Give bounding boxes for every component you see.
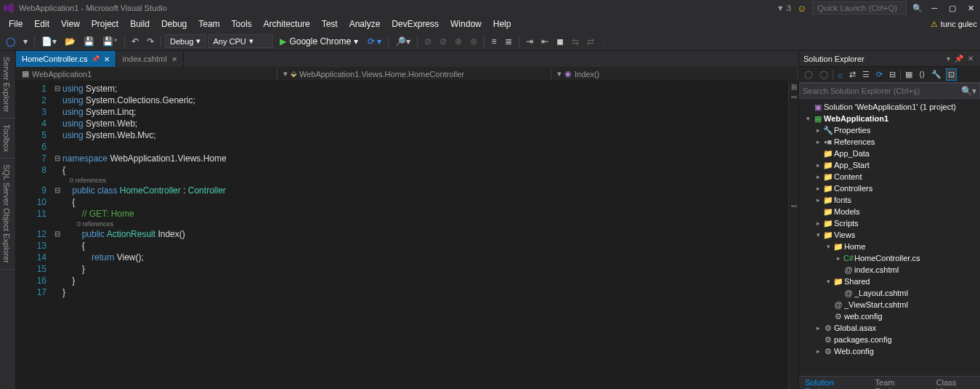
editor-tab[interactable]: HomeController.cs📌✕	[16, 51, 116, 67]
expander-icon[interactable]: ▾	[814, 231, 822, 238]
restart-icon[interactable]: ⊚	[467, 34, 480, 49]
solution-search-input[interactable]	[803, 87, 961, 95]
menu-tools[interactable]: Tools	[226, 17, 258, 31]
expander-icon[interactable]: ▾	[803, 115, 812, 122]
code-line[interactable]: using System.Linq;	[62, 106, 788, 118]
nav-forward-button[interactable]: ▾	[20, 34, 31, 49]
menu-help[interactable]: Help	[487, 17, 517, 31]
close-icon[interactable]: ✕	[171, 55, 177, 63]
fold-toggle[interactable]: ⊟	[52, 153, 62, 164]
redo-button[interactable]: ↷	[144, 34, 157, 49]
bottom-tab-solution-explorer[interactable]: Solution Explorer	[799, 377, 870, 389]
code-editor[interactable]: 12345678 91011 121314151617 ⊟⊟ ⊟ ⊟ using…	[16, 81, 798, 389]
menu-architecture[interactable]: Architecture	[258, 17, 316, 31]
expander-icon[interactable]: ▸	[814, 324, 822, 332]
preview-icon[interactable]: ⊡	[946, 68, 957, 81]
menu-build[interactable]: Build	[124, 17, 155, 31]
pending-icon[interactable]: ☰	[860, 68, 872, 81]
sync-icon[interactable]: ⇄	[847, 68, 858, 81]
menu-team[interactable]: Team	[193, 17, 225, 31]
tree-item[interactable]: ▾📁Views	[799, 229, 980, 241]
expander-icon[interactable]: ▾	[824, 243, 833, 250]
fold-toggle[interactable]: ⊟	[52, 83, 62, 95]
menu-file[interactable]: File	[3, 17, 28, 31]
save-button[interactable]: 💾	[81, 34, 97, 49]
step-out-icon[interactable]: ⊗	[452, 34, 465, 49]
comment-button[interactable]: ≡	[488, 34, 499, 49]
tree-item[interactable]: @_Layout.cshtml	[799, 287, 980, 299]
new-project-button[interactable]: 📄▾	[39, 34, 60, 49]
collapse-icon[interactable]: ⊟	[887, 68, 898, 81]
quick-launch-input[interactable]	[812, 1, 907, 15]
tree-item[interactable]: ▸▪■References	[799, 136, 980, 148]
code-line[interactable]: using System.Web;	[62, 118, 788, 129]
menu-view[interactable]: View	[55, 17, 86, 31]
expander-icon[interactable]: ▸	[814, 127, 822, 134]
refresh-icon[interactable]: ⟳	[874, 68, 885, 81]
home-icon[interactable]: ⌂	[835, 69, 845, 81]
rail-toolbox[interactable]: Toolbox	[0, 119, 15, 159]
expander-icon[interactable]: ▾	[824, 278, 833, 285]
menu-edit[interactable]: Edit	[28, 17, 55, 31]
notification-badge[interactable]: ▼ 3	[777, 4, 791, 12]
tree-item[interactable]: 📁App_Data	[799, 148, 980, 159]
code-line[interactable]: {	[62, 164, 788, 176]
pin-icon[interactable]: 📌	[92, 55, 100, 63]
expander-icon[interactable]: ▸	[814, 220, 822, 227]
tree-item[interactable]: ▸📁fonts	[799, 194, 980, 206]
nav-back-button[interactable]: ◯	[3, 34, 18, 49]
search-icon[interactable]: 🔍▾	[961, 86, 976, 96]
step-into-icon[interactable]: ⊘	[437, 34, 450, 49]
expander-icon[interactable]: ▸	[814, 138, 822, 145]
start-debug-button[interactable]: ▶Google Chrome ▾	[275, 35, 363, 48]
panel-pin-icon[interactable]: 📌	[952, 55, 965, 63]
code-line[interactable]: using System.Collections.Generic;	[62, 95, 788, 106]
menu-devexpress[interactable]: DevExpress	[386, 17, 445, 31]
bottom-tab-team-explorer[interactable]: Team Explorer	[870, 377, 931, 389]
expander-icon[interactable]: ▸	[814, 196, 822, 204]
split-editor-icon[interactable]: ⊞	[790, 81, 798, 92]
save-all-button[interactable]: 💾⁺	[100, 34, 121, 49]
menu-analyze[interactable]: Analyze	[344, 17, 386, 31]
rail-server-explorer[interactable]: Server Explorer	[0, 51, 15, 119]
tree-item[interactable]: ▸📁Scripts	[799, 217, 980, 229]
code-line[interactable]: // GET: Home	[62, 208, 788, 220]
find-button[interactable]: 🔎▾	[392, 34, 413, 49]
expander-icon[interactable]: ▸	[814, 185, 822, 192]
tree-item[interactable]: ▸📁App_Start	[799, 159, 980, 171]
panel-dropdown-icon[interactable]: ▾	[944, 55, 952, 63]
tree-item[interactable]: @_ViewStart.cshtml	[799, 299, 980, 310]
minimize-button[interactable]: ─	[928, 4, 940, 12]
outdent-button[interactable]: ⇤	[538, 34, 551, 49]
close-icon[interactable]: ✕	[104, 55, 110, 63]
expander-icon[interactable]: ▸	[814, 173, 822, 180]
tree-item[interactable]: ▸⚙Web.config	[799, 345, 980, 357]
properties-icon[interactable]: 🔧	[929, 68, 944, 81]
nav-project-dropdown[interactable]: ▦ WebApplication1	[16, 68, 278, 80]
user-account[interactable]: ⚠ tunc gulec	[931, 20, 977, 29]
scroll-map[interactable]: ⊞	[788, 81, 798, 389]
tree-item[interactable]: 📁Models	[799, 206, 980, 217]
solution-search[interactable]: 🔍▾	[799, 83, 980, 99]
code-line[interactable]	[62, 141, 788, 153]
panel-close-icon[interactable]: ✕	[965, 55, 976, 63]
solution-config-dropdown[interactable]: Debug▾	[165, 34, 206, 48]
browser-link-button[interactable]: ⟳ ▾	[365, 34, 384, 49]
tree-item[interactable]: ▸C#HomeController.cs	[799, 252, 980, 264]
code-line[interactable]: }	[62, 286, 788, 298]
close-button[interactable]: ✕	[965, 4, 977, 13]
indent-button[interactable]: ⇥	[523, 34, 536, 49]
ws-button[interactable]: ·	[599, 34, 607, 49]
tree-item[interactable]: ▸⚙Global.asax	[799, 322, 980, 334]
menu-test[interactable]: Test	[316, 17, 344, 31]
bookmark-button[interactable]: ◼	[554, 34, 567, 49]
tree-item[interactable]: ▸🔧Properties	[799, 124, 980, 136]
fold-toggle[interactable]: ⊟	[52, 185, 62, 196]
code-line[interactable]: namespace WebApplication1.Views.Home	[62, 153, 788, 164]
tree-item[interactable]: ▾▦WebApplication1	[799, 113, 980, 124]
tree-item[interactable]: ▾📁Shared	[799, 276, 980, 287]
fwd-icon[interactable]: ◯	[817, 68, 830, 81]
tree-item[interactable]: ▸📁Controllers	[799, 183, 980, 194]
open-file-button[interactable]: 📂	[62, 34, 78, 49]
tree-item[interactable]: ⚙web.config	[799, 310, 980, 322]
